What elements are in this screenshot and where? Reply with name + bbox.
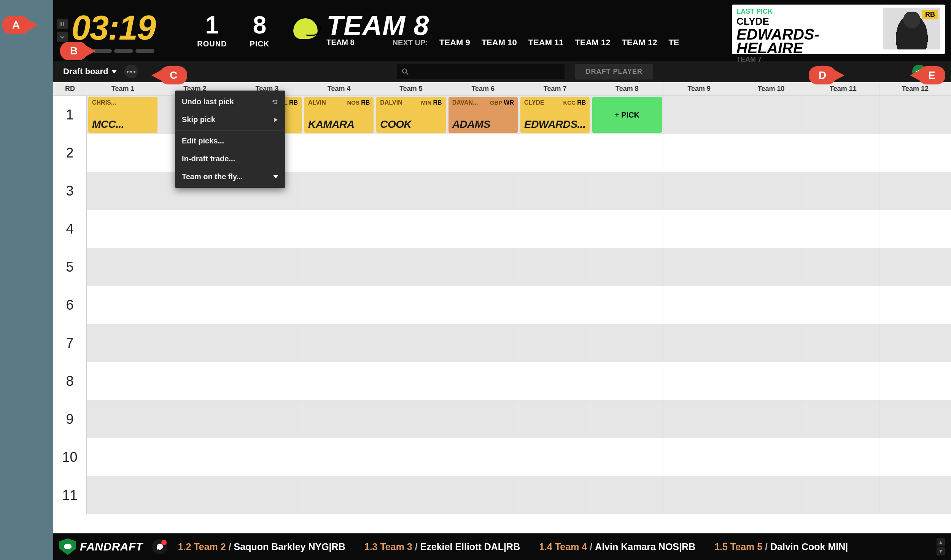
board-cell[interactable] <box>375 210 447 248</box>
board-cell[interactable] <box>735 286 807 324</box>
board-cell[interactable] <box>879 286 951 324</box>
board-cell[interactable] <box>87 286 159 324</box>
board-cell[interactable] <box>807 324 879 362</box>
board-cell[interactable] <box>87 400 159 438</box>
board-cell[interactable] <box>87 438 159 476</box>
board-cell[interactable] <box>591 438 663 476</box>
board-cell[interactable] <box>375 438 447 476</box>
board-cell[interactable] <box>87 362 159 400</box>
board-cell[interactable] <box>735 438 807 476</box>
player-pick-card[interactable]: DAVAN...GBP WRADAMS <box>448 97 518 133</box>
board-cell[interactable] <box>591 286 663 324</box>
board-cell[interactable] <box>591 476 663 514</box>
board-cell[interactable] <box>87 324 159 362</box>
menu-undo-last-pick[interactable]: Undo last pick <box>175 93 285 111</box>
player-pick-card[interactable]: ALVINNOS RBKAMARA <box>304 97 374 133</box>
board-cell[interactable] <box>375 134 447 172</box>
board-cell[interactable] <box>303 324 375 362</box>
ticker-down-button[interactable]: ▼ <box>937 547 945 555</box>
draft-player-button[interactable]: DRAFT PLAYER <box>575 64 653 80</box>
board-cell[interactable] <box>303 362 375 400</box>
board-cell[interactable] <box>231 286 303 324</box>
board-cell[interactable] <box>159 210 231 248</box>
player-pick-card[interactable]: DALVINMIN RBCOOK <box>376 97 445 133</box>
board-cell[interactable]: CLYDEKCC RBEDWARDS... <box>519 96 591 134</box>
board-cell[interactable] <box>159 362 231 400</box>
board-cell[interactable] <box>663 400 735 438</box>
board-cell[interactable] <box>663 286 735 324</box>
more-actions-button[interactable] <box>124 65 138 78</box>
board-cell[interactable] <box>231 400 303 438</box>
board-cell[interactable] <box>159 438 231 476</box>
board-cell[interactable] <box>447 210 519 248</box>
board-cell[interactable] <box>375 286 447 324</box>
board-cell[interactable] <box>807 286 879 324</box>
search-input[interactable] <box>412 68 560 76</box>
board-cell[interactable] <box>735 96 807 134</box>
board-cell[interactable] <box>159 286 231 324</box>
board-cell[interactable] <box>879 476 951 514</box>
player-pick-card[interactable]: CLYDEKCC RBEDWARDS... <box>520 97 590 133</box>
board-cell[interactable] <box>735 362 807 400</box>
board-cell[interactable] <box>879 134 951 172</box>
board-cell[interactable] <box>375 476 447 514</box>
board-cell[interactable] <box>519 324 591 362</box>
board-cell[interactable] <box>879 210 951 248</box>
board-cell[interactable] <box>519 438 591 476</box>
menu-team-on-the-fly[interactable]: Team on the fly... <box>175 168 285 186</box>
board-cell[interactable] <box>879 362 951 400</box>
board-cell[interactable] <box>519 400 591 438</box>
board-cell[interactable] <box>807 210 879 248</box>
board-cell[interactable] <box>447 438 519 476</box>
board-cell[interactable] <box>591 210 663 248</box>
board-cell[interactable] <box>447 172 519 210</box>
board-cell[interactable] <box>231 438 303 476</box>
ticker-up-button[interactable]: ▲ <box>937 538 945 546</box>
board-cell[interactable] <box>591 324 663 362</box>
board-cell[interactable] <box>447 134 519 172</box>
player-search[interactable] <box>397 64 565 79</box>
board-cell[interactable] <box>735 210 807 248</box>
board-cell[interactable] <box>159 248 231 286</box>
board-cell[interactable] <box>375 400 447 438</box>
view-selector[interactable]: Draft board <box>59 64 121 79</box>
board-cell[interactable] <box>591 362 663 400</box>
board-cell[interactable] <box>879 248 951 286</box>
current-pick-slot[interactable]: + PICK <box>592 97 662 133</box>
board-cell[interactable] <box>879 96 951 134</box>
board-cell[interactable] <box>807 248 879 286</box>
board-cell[interactable] <box>735 134 807 172</box>
board-cell[interactable] <box>159 324 231 362</box>
board-cell[interactable] <box>87 210 159 248</box>
board-cell[interactable] <box>231 210 303 248</box>
board-cell[interactable] <box>303 438 375 476</box>
board-cell[interactable] <box>735 324 807 362</box>
board-cell[interactable] <box>231 248 303 286</box>
board-cell[interactable] <box>303 400 375 438</box>
board-cell[interactable] <box>231 476 303 514</box>
board-cell[interactable] <box>735 476 807 514</box>
board-cell[interactable] <box>303 210 375 248</box>
board-cell[interactable] <box>519 134 591 172</box>
board-cell[interactable] <box>231 324 303 362</box>
board-cell[interactable] <box>303 286 375 324</box>
board-cell[interactable] <box>735 400 807 438</box>
board-cell[interactable] <box>519 476 591 514</box>
board-cell[interactable]: CHRIS... MCC... <box>87 96 159 134</box>
board-cell[interactable] <box>519 362 591 400</box>
board-cell[interactable]: ALVINNOS RBKAMARA <box>303 96 375 134</box>
board-cell[interactable] <box>447 476 519 514</box>
board-cell[interactable] <box>159 476 231 514</box>
board-cell[interactable] <box>375 324 447 362</box>
board-cell[interactable] <box>231 362 303 400</box>
board-cell[interactable] <box>807 172 879 210</box>
board-cell[interactable] <box>663 210 735 248</box>
board-cell[interactable] <box>303 248 375 286</box>
board-cell[interactable] <box>375 362 447 400</box>
board-cell[interactable] <box>303 476 375 514</box>
confirm-button[interactable] <box>57 32 68 42</box>
board-cell[interactable] <box>735 248 807 286</box>
board-cell[interactable] <box>447 286 519 324</box>
board-cell[interactable] <box>663 438 735 476</box>
board-cell[interactable]: DALVINMIN RBCOOK <box>375 96 447 134</box>
